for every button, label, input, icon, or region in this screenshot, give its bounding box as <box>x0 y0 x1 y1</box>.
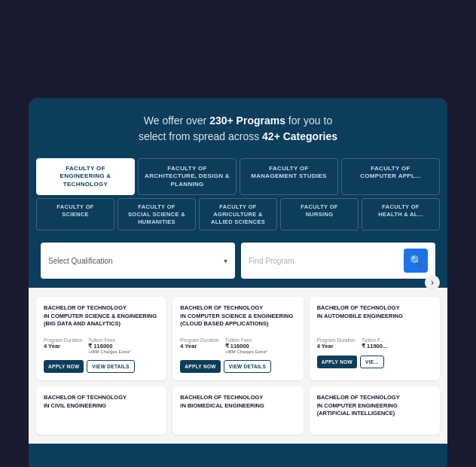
card-3-fee-label: Tuition F... <box>362 337 387 343</box>
card-ai: BACHELOR OF TECHNOLOGYIN COMPUTER ENGINE… <box>310 386 440 435</box>
card-ai-title: BACHELOR OF TECHNOLOGYIN COMPUTER ENGINE… <box>317 394 432 421</box>
tab-management[interactable]: FACULTY OFMANAGEMENT STUDIES <box>240 158 338 195</box>
card-1-duration: Program Duration 4 Year <box>44 337 82 354</box>
card-automobile: BACHELOR OF TECHNOLOGYIN AUTOMOBILE ENGI… <box>310 297 440 380</box>
cards-section: › BACHELOR OF TECHNOLOGYIN COMPUTER SCIE… <box>29 288 447 444</box>
card-2-duration-label: Program Duration <box>180 337 218 343</box>
card-3-meta: Program Duration 4 Year Tuition F... ₹ 1… <box>317 337 432 349</box>
header-prefix-2: select from spread across <box>139 130 262 142</box>
card-2-fee-value: ₹ 116000 <box>225 343 268 349</box>
header-text: We offer over 230+ Programs for you to s… <box>51 113 425 145</box>
card-1-meta: Program Duration 4 Year Tuition Fees ₹ 1… <box>44 337 159 354</box>
card-2-fee: Tuition Fees ₹ 116000 +IBM Charges Extra… <box>225 337 268 354</box>
header-suffix-1: for you to <box>285 114 332 127</box>
card-3-fee-value: ₹ 11900... <box>362 343 387 349</box>
header-section: We offer over 230+ Programs for you to s… <box>29 98 447 158</box>
card-1-fee-extra: +IBM Charges Extra* <box>88 349 131 354</box>
card-3-duration-label: Program Duration <box>317 337 355 343</box>
tabs-row-1: FACULTY OFENGINEERING & TECHNOLOGY FACUL… <box>29 158 447 195</box>
card-1-fee-value: ₹ 116000 <box>88 343 131 349</box>
search-bar: Select Qualification ▾ Find Program 🔍 <box>29 237 447 288</box>
card-3-duration-value: 4 Year <box>317 343 355 349</box>
card-big-data: BACHELOR OF TECHNOLOGYIN COMPUTER SCIENC… <box>36 297 166 380</box>
card-2-fee-extra: +IBM Charges Extra* <box>225 349 268 354</box>
card-civil: BACHELOR OF TECHNOLOGYIN CIVIL ENGINEERI… <box>36 386 166 435</box>
tabs-row-2: FACULTY OFSCIENCE FACULTY OFSOCIAL SCIEN… <box>29 195 447 237</box>
right-nav-arrow[interactable]: › <box>425 288 440 290</box>
card-1-buttons: APPLY NOW VIEW DETAILS <box>44 360 159 373</box>
card-1-view-button[interactable]: VIEW DETAILS <box>87 360 134 373</box>
card-2-title: BACHELOR OF TECHNOLOGYIN COMPUTER SCIENC… <box>180 304 295 331</box>
cards-row-2: BACHELOR OF TECHNOLOGYIN CIVIL ENGINEERI… <box>36 386 440 435</box>
search-icon[interactable]: 🔍 <box>404 249 428 273</box>
card-2-buttons: APPLY NOW VIEW DETAILS <box>180 360 295 373</box>
card-1-apply-button[interactable]: APPLY NOW <box>44 360 84 373</box>
card-biomedical: BACHELOR OF TECHNOLOGYIN BIOMEDICAL ENGI… <box>172 386 303 435</box>
card-3-apply-button[interactable]: APPLY NOW <box>317 356 357 368</box>
device-frame: We offer over 230+ Programs for you to s… <box>0 0 476 467</box>
card-1-fee: Tuition Fees ₹ 116000 +IBM Charges Extra… <box>88 337 131 354</box>
card-cloud: BACHELOR OF TECHNOLOGYIN COMPUTER SCIENC… <box>172 297 303 380</box>
card-3-view-button[interactable]: VIE... <box>360 356 384 368</box>
tab-engineering-technology[interactable]: FACULTY OFENGINEERING & TECHNOLOGY <box>36 158 135 195</box>
card-2-duration: Program Duration 4 Year <box>180 337 218 354</box>
card-3-buttons: APPLY NOW VIE... <box>317 356 432 368</box>
tab-science[interactable]: FACULTY OFSCIENCE <box>36 198 114 230</box>
screen: We offer over 230+ Programs for you to s… <box>29 98 447 467</box>
card-3-duration: Program Duration 4 Year <box>317 337 355 349</box>
card-2-apply-button[interactable]: APPLY NOW <box>180 360 220 373</box>
card-3-title: BACHELOR OF TECHNOLOGYIN AUTOMOBILE ENGI… <box>317 304 432 331</box>
card-2-meta: Program Duration 4 Year Tuition Fees ₹ 1… <box>180 337 295 354</box>
top-dark-area <box>0 0 476 98</box>
cards-row-1: BACHELOR OF TECHNOLOGYIN COMPUTER SCIENC… <box>36 297 440 380</box>
header-bold-2: 42+ Categories <box>262 130 337 142</box>
card-1-title: BACHELOR OF TECHNOLOGYIN COMPUTER SCIENC… <box>44 304 159 331</box>
card-2-fee-label: Tuition Fees <box>225 337 268 343</box>
program-placeholder: Find Program <box>249 257 294 265</box>
card-civil-title: BACHELOR OF TECHNOLOGYIN CIVIL ENGINEERI… <box>44 394 159 421</box>
header-prefix-1: We offer over <box>144 114 209 127</box>
tab-health[interactable]: FACULTY OFHEALTH & AL... <box>362 198 440 230</box>
program-search[interactable]: Find Program 🔍 <box>241 243 435 279</box>
card-1-duration-label: Program Duration <box>44 337 82 343</box>
header-bold-1: 230+ Programs <box>209 114 285 127</box>
card-1-fee-label: Tuition Fees <box>88 337 131 343</box>
tab-social-science[interactable]: FACULTY OFSOCIAL SCIENCE & HUMANITIES <box>117 198 196 230</box>
qualification-select[interactable]: Select Qualification ▾ <box>41 243 235 279</box>
tab-agriculture[interactable]: FACULTY OFAGRICULTURE & ALLIED SCIENCES <box>199 198 277 230</box>
tab-nursing[interactable]: FACULTY OFNURSING <box>280 198 359 230</box>
card-biomedical-title: BACHELOR OF TECHNOLOGYIN BIOMEDICAL ENGI… <box>180 394 295 421</box>
tab-architecture[interactable]: FACULTY OFARCHITECTURE, DESIGN & PLANNIN… <box>138 158 236 195</box>
card-1-duration-value: 4 Year <box>44 343 82 349</box>
tab-computer-appl[interactable]: FACULTY OFCOMPUTER APPL... <box>341 158 440 195</box>
chevron-down-icon: ▾ <box>224 257 227 265</box>
qualification-placeholder: Select Qualification <box>48 257 113 265</box>
card-3-fee: Tuition F... ₹ 11900... <box>362 337 387 349</box>
card-2-view-button[interactable]: VIEW DETAILS <box>224 360 271 373</box>
card-2-duration-value: 4 Year <box>180 343 218 349</box>
